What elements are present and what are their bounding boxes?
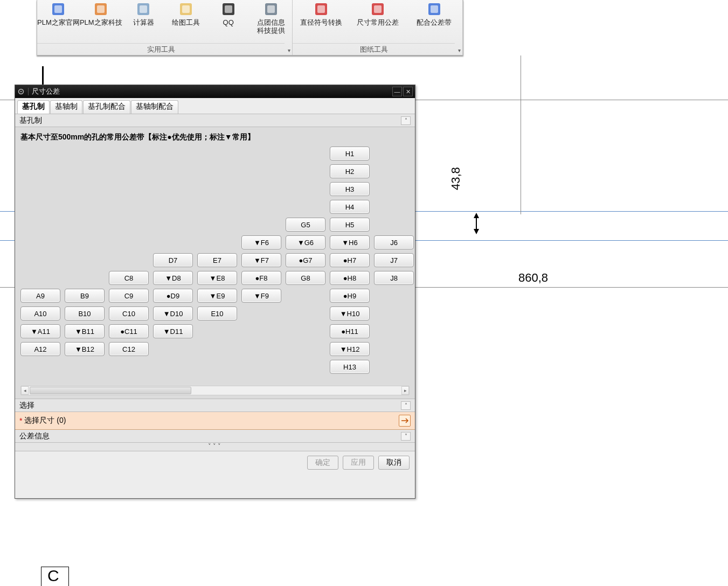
tolerance-button-B11[interactable]: ▼B11 — [65, 324, 105, 338]
tab-2[interactable]: 基孔制配合 — [83, 100, 130, 114]
tolerance-button-D8[interactable]: ▼D8 — [153, 271, 193, 285]
dimension-horizontal: 860,8 — [518, 271, 548, 285]
tolerance-button-H11[interactable]: ●H11 — [330, 324, 370, 338]
tolerance-button-F6[interactable]: ▼F6 — [241, 235, 281, 249]
tolerance-button-D9[interactable]: ●D9 — [153, 289, 193, 303]
svg-rect-15 — [374, 5, 382, 13]
chevron-down-icon[interactable]: ˅ — [401, 432, 411, 441]
scrollbar-thumb[interactable] — [30, 387, 191, 394]
tolerance-button-E8[interactable]: ▼E8 — [197, 271, 237, 285]
ribbon-group-dropdown[interactable]: ▾ — [458, 47, 461, 53]
select-dimension-icon[interactable] — [399, 415, 411, 427]
tolerance-button-H13[interactable]: H13 — [330, 360, 370, 374]
ribbon-item-qq[interactable]: QQ — [207, 2, 249, 43]
ribbon-item-tolerance[interactable]: 尺寸常用公差 — [349, 2, 406, 43]
tolerance-button-H3[interactable]: H3 — [330, 182, 370, 196]
section-header-basehole[interactable]: 基孔制 ˄ — [15, 114, 415, 127]
scroll-left-button[interactable]: ◂ — [21, 386, 29, 395]
close-button[interactable]: ✕ — [403, 87, 413, 96]
chevron-up-icon[interactable]: ˄ — [401, 401, 411, 410]
tolerance-button-D11[interactable]: ▼D11 — [153, 324, 193, 338]
tolerance-button-H4[interactable]: H4 — [330, 200, 370, 214]
tolerance-button-H5[interactable]: H5 — [330, 218, 370, 232]
tolerance-button-H1[interactable]: H1 — [330, 146, 370, 161]
ribbon-item-label: 点团信息科技提供 — [257, 19, 285, 35]
ribbon-item-plm-tech[interactable]: PLM之家科技 — [80, 2, 122, 43]
minimize-button[interactable]: — — [392, 87, 402, 96]
paint-icon — [178, 2, 193, 17]
svg-rect-17 — [431, 5, 438, 13]
zone-letter: C — [47, 567, 59, 585]
tolerance-button-G7[interactable]: ●G7 — [286, 253, 325, 267]
tolerance-button-A10[interactable]: A10 — [20, 306, 60, 320]
ribbon-item-fit[interactable]: 配合公差带 — [406, 2, 462, 43]
tolerance-button-C8[interactable]: C8 — [109, 271, 149, 285]
tolerance-button-D7[interactable]: D7 — [153, 253, 193, 267]
tolerance-button-E10[interactable]: E10 — [197, 306, 237, 320]
separator — [28, 88, 29, 95]
tolerance-button-G8[interactable]: G8 — [286, 271, 325, 285]
tab-1[interactable]: 基轴制 — [50, 100, 82, 114]
tolerance-button-J6[interactable]: J6 — [374, 235, 414, 249]
tolerance-button-G5[interactable]: G5 — [286, 218, 325, 232]
tolerance-button-H6[interactable]: ▼H6 — [330, 235, 370, 249]
dialog-titlebar[interactable]: 尺寸公差 — ✕ — [15, 85, 415, 98]
section-title: 公差信息 — [19, 431, 50, 441]
ribbon-group-utility: PLM之家官网 PLM之家科技 计算器 绘图工具 QQ 点团信息科技提供 实用工… — [37, 0, 293, 55]
tolerance-button-F9[interactable]: ▼F9 — [241, 289, 281, 303]
horizontal-scrollbar[interactable]: ◂ ▸ — [20, 386, 410, 395]
ribbon-group-dropdown[interactable]: ▾ — [288, 47, 290, 53]
dimension-arrow — [473, 213, 480, 234]
tolerance-button-J7[interactable]: J7 — [374, 253, 414, 267]
tolerance-button-C12[interactable]: C12 — [109, 342, 149, 356]
tolerance-button-G6[interactable]: ▼G6 — [286, 235, 325, 249]
ribbon-item-paint[interactable]: 绘图工具 — [164, 2, 207, 43]
cancel-button[interactable]: 取消 — [378, 456, 410, 470]
tolerance-button-H8[interactable]: ●H8 — [330, 271, 370, 285]
ribbon-item-label: PLM之家科技 — [80, 19, 122, 27]
ribbon-item-calculator[interactable]: 计算器 — [122, 2, 165, 43]
tolerance-button-H7[interactable]: ●H7 — [330, 253, 370, 267]
tolerance-button-J8[interactable]: J8 — [374, 271, 414, 285]
ribbon-item-diameter[interactable]: 直径符号转换 — [293, 2, 349, 43]
tolerance-button-E7[interactable]: E7 — [197, 253, 237, 267]
dialog-button-row: 确定 应用 取消 — [15, 451, 415, 474]
tab-0[interactable]: 基孔制 — [17, 100, 50, 114]
expand-handle[interactable]: ˅˅˅ — [15, 443, 415, 451]
apply-button[interactable]: 应用 — [343, 456, 374, 470]
svg-rect-9 — [225, 5, 232, 13]
tolerance-button-C9[interactable]: C9 — [109, 289, 149, 303]
svg-rect-5 — [140, 5, 147, 13]
ok-button[interactable]: 确定 — [307, 456, 338, 470]
tolerance-button-H10[interactable]: ▼H10 — [330, 306, 370, 320]
tolerance-button-C11[interactable]: ●C11 — [109, 324, 149, 338]
tolerance-button-A11[interactable]: ▼A11 — [20, 324, 60, 338]
tolerance-button-C10[interactable]: C10 — [109, 306, 149, 320]
tolerance-button-B9[interactable]: B9 — [65, 289, 105, 303]
tolerance-button-F8[interactable]: ●F8 — [241, 271, 281, 285]
ribbon-item-info[interactable]: 点团信息科技提供 — [249, 2, 292, 43]
section-header-select[interactable]: 选择 ˄ — [15, 399, 415, 412]
tolerance-button-H12[interactable]: ▼H12 — [330, 342, 370, 356]
svg-rect-3 — [97, 5, 105, 13]
section-header-info[interactable]: 公差信息 ˅ — [15, 430, 415, 443]
scroll-right-button[interactable]: ▸ — [401, 386, 409, 395]
tolerance-button-D10[interactable]: ▼D10 — [153, 306, 193, 320]
tolerance-button-B10[interactable]: B10 — [65, 306, 105, 320]
calculator-icon — [136, 2, 151, 17]
tolerance-button-B12[interactable]: ▼B12 — [65, 342, 105, 356]
select-dimension-row[interactable]: * 选择尺寸 (0) — [15, 412, 415, 430]
ribbon-item-label: 直径符号转换 — [300, 19, 342, 27]
tolerance-button-H9[interactable]: ●H9 — [330, 289, 370, 303]
tolerance-button-A9[interactable]: A9 — [20, 289, 60, 303]
tolerance-button-F7[interactable]: ▼F7 — [241, 253, 281, 267]
tolerance-button-E9[interactable]: ▼E9 — [197, 289, 237, 303]
chevron-up-icon[interactable]: ˄ — [401, 116, 411, 125]
svg-rect-1 — [54, 5, 62, 13]
tolerance-button-A12[interactable]: A12 — [20, 342, 60, 356]
tolerance-button-H2[interactable]: H2 — [330, 164, 370, 178]
ribbon-item-plm-home[interactable]: PLM之家官网 — [37, 2, 80, 43]
tab-3[interactable]: 基轴制配合 — [131, 100, 178, 114]
ribbon-group-label: 实用工具 — [37, 43, 285, 54]
qq-icon — [221, 2, 236, 17]
